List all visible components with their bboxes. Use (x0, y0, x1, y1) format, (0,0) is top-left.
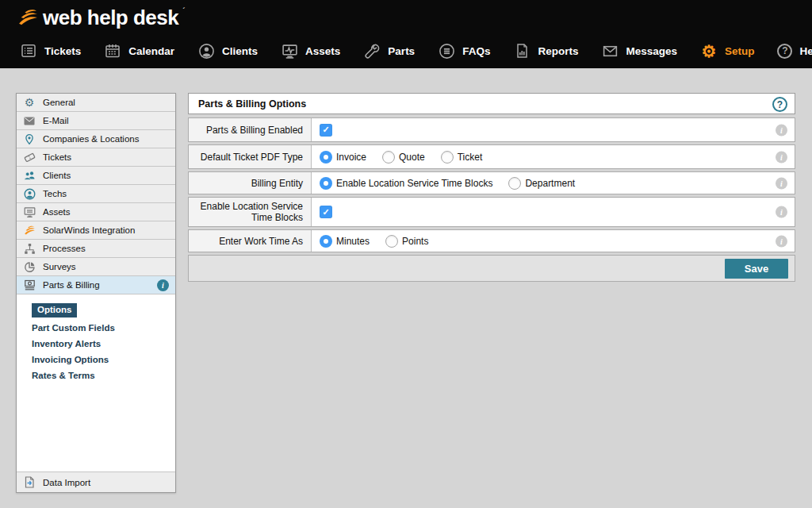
radio-icon[interactable] (320, 235, 332, 248)
sidebar-item-clients[interactable]: Clients (17, 167, 175, 185)
info-icon[interactable]: i (776, 177, 787, 189)
nav-item-messages[interactable]: Messages (601, 42, 677, 60)
nav-item-assets[interactable]: Assets (281, 42, 340, 60)
sidebar-item-label: Surveys (43, 262, 76, 271)
sidebar-item-email[interactable]: E-Mail (17, 112, 175, 130)
info-icon[interactable]: i (776, 235, 787, 247)
sidebar-item-processes[interactable]: Processes (17, 240, 175, 258)
nav-item-help[interactable]: ? Help (777, 44, 812, 59)
nav-item-faqs[interactable]: FAQs (438, 42, 490, 60)
row-enable-location-service-time-blocks: Enable Location Service Time Blocks ✓ i (188, 197, 795, 227)
nav-item-calendar[interactable]: Calendar (104, 42, 174, 60)
info-icon[interactable]: i (776, 206, 787, 218)
nav-item-reports[interactable]: Reports (513, 42, 578, 60)
radio-option-quote[interactable]: Quote (382, 151, 425, 164)
nav-item-clients[interactable]: Clients (197, 42, 258, 60)
sidebar-item-label: Data Import (43, 478, 90, 487)
sidebar-item-parts-billing[interactable]: Parts & Billing i (17, 276, 175, 294)
gear-icon: ⚙ (23, 96, 36, 109)
radio-group-work-time: Minutes Points (312, 230, 795, 252)
sidebar-item-label: General (43, 98, 75, 107)
submenu-item-inventory-alerts[interactable]: Inventory Alerts (32, 339, 101, 348)
submenu-item-part-custom-fields[interactable]: Part Custom Fields (32, 323, 115, 333)
radio-label: Department (525, 178, 575, 189)
wrench-icon (363, 42, 381, 60)
monitor-icon (281, 42, 298, 60)
save-button[interactable]: Save (725, 259, 788, 279)
sidebar-item-label: Techs (43, 189, 67, 198)
sidebar-item-general[interactable]: ⚙ General (17, 94, 175, 112)
sidebar-item-label: E-Mail (43, 116, 69, 125)
app-logo[interactable]: web help desk ´ (17, 6, 186, 30)
radio-option-minutes[interactable]: Minutes (320, 235, 370, 248)
help-icon[interactable]: ? (772, 97, 787, 112)
radio-icon[interactable] (320, 151, 332, 164)
sidebar-item-label: Companies & Locations (43, 134, 139, 144)
radio-icon[interactable] (382, 151, 395, 164)
calendar-icon (104, 42, 121, 60)
radio-option-invoice[interactable]: Invoice (320, 151, 366, 164)
submenu-item-invoicing-options[interactable]: Invoicing Options (32, 355, 109, 364)
sidebar-item-solarwinds-integration[interactable]: SolarWinds Integration (17, 221, 175, 240)
radio-label: Ticket (458, 152, 483, 163)
sidebar-item-assets[interactable]: Assets (17, 203, 175, 221)
radio-option-department[interactable]: Department (508, 177, 575, 190)
monitor-icon (23, 206, 36, 218)
submenu-item-options[interactable]: Options (32, 303, 77, 318)
nav-label: Parts (388, 45, 415, 57)
sidebar-item-tickets[interactable]: Tickets (17, 148, 175, 167)
sidebar-item-surveys[interactable]: Surveys (17, 258, 175, 276)
radio-option-location-service-time-blocks[interactable]: Enable Location Service Time Blocks (320, 177, 492, 190)
sidebar-item-techs[interactable]: Techs (17, 185, 175, 203)
app-header: web help desk ´ Tickets (0, 0, 812, 68)
radio-option-ticket[interactable]: Ticket (441, 151, 483, 164)
sidebar-item-label: Clients (43, 171, 71, 180)
radio-icon[interactable] (385, 235, 398, 248)
info-icon[interactable]: i (157, 279, 169, 291)
person-circle-icon (197, 42, 215, 60)
nav-label: Assets (305, 45, 340, 57)
radio-icon[interactable] (320, 177, 332, 190)
sidebar-item-companies-locations[interactable]: Companies & Locations (17, 130, 175, 148)
radio-group-billing-entity: Enable Location Service Time Blocks Depa… (312, 172, 795, 194)
location-pin-icon (23, 133, 36, 145)
radio-option-points[interactable]: Points (385, 235, 428, 248)
solarwinds-swirl-icon (23, 224, 36, 237)
sidebar-item-data-import[interactable]: Data Import (17, 471, 175, 492)
enable-location-service-time-blocks-checkbox[interactable]: ✓ (320, 206, 332, 218)
radio-icon[interactable] (441, 151, 454, 164)
nav-label: Setup (725, 45, 755, 57)
register-icon (23, 279, 36, 291)
parts-billing-submenu: Options Part Custom Fields Inventory Ale… (17, 294, 175, 471)
field-label: Enable Location Service Time Blocks (189, 198, 312, 226)
ticket-icon (23, 151, 36, 164)
gear-icon: ⚙ (700, 42, 718, 60)
document-import-icon (23, 476, 36, 489)
info-icon[interactable]: i (776, 151, 787, 163)
envelope-icon (23, 114, 36, 127)
info-icon[interactable]: i (776, 124, 787, 136)
pie-chart-icon (23, 260, 36, 273)
document-chart-icon (513, 42, 530, 60)
nav-item-setup[interactable]: ⚙ Setup (700, 42, 755, 60)
nav-label: FAQs (462, 45, 490, 57)
nav-item-tickets[interactable]: Tickets (20, 42, 81, 60)
row-enter-work-time-as: Enter Work Time As Minutes Points i (188, 229, 795, 252)
row-billing-entity: Billing Entity Enable Location Service T… (188, 171, 795, 194)
sidebar-item-label: Parts & Billing (43, 280, 100, 290)
submenu-item-rates-terms[interactable]: Rates & Terms (32, 371, 95, 380)
sidebar-item-label: Tickets (43, 152, 71, 162)
field-label: Parts & Billing Enabled (189, 118, 312, 141)
parts-billing-enabled-checkbox[interactable]: ✓ (320, 124, 332, 137)
row-parts-billing-enabled: Parts & Billing Enabled ✓ i (188, 117, 795, 142)
people-icon (23, 169, 36, 182)
radio-icon[interactable] (508, 177, 521, 190)
radio-label: Minutes (336, 236, 370, 247)
setup-sidebar: ⚙ General E-Mail Companies & Locations T… (16, 93, 176, 493)
logo-trademark: ´ (182, 6, 186, 16)
nav-label: Calendar (128, 45, 174, 57)
nav-item-parts[interactable]: Parts (363, 42, 415, 60)
nav-label: Reports (538, 45, 578, 57)
page-title: Parts & Billing Options (198, 98, 306, 110)
nav-label: Messages (626, 45, 677, 57)
